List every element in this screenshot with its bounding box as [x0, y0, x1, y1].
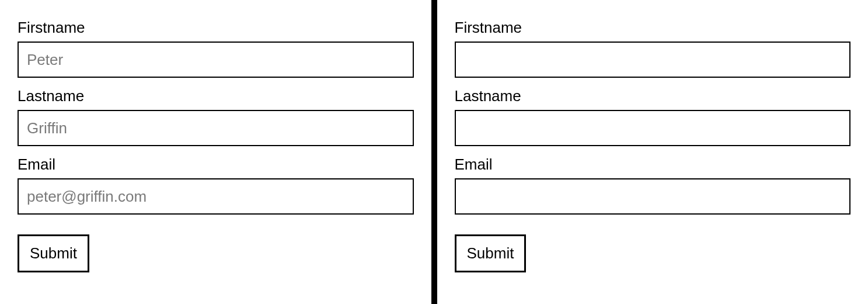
lastname-field: Lastname [455, 87, 851, 146]
lastname-label: Lastname [455, 87, 851, 105]
lastname-input[interactable] [18, 110, 414, 146]
firstname-label: Firstname [18, 19, 414, 37]
firstname-field: Firstname [18, 19, 414, 78]
firstname-field: Firstname [455, 19, 851, 78]
right-form-panel: Firstname Lastname Email Submit [437, 0, 869, 304]
lastname-field: Lastname [18, 87, 414, 146]
email-input[interactable] [455, 178, 851, 215]
email-field: Email [455, 156, 851, 215]
submit-button[interactable]: Submit [455, 234, 527, 272]
lastname-input[interactable] [455, 110, 851, 146]
firstname-input[interactable] [455, 42, 851, 78]
left-form-panel: Firstname Lastname Email Submit [0, 0, 431, 304]
email-label: Email [18, 156, 414, 174]
firstname-input[interactable] [18, 42, 414, 78]
vertical-divider [431, 0, 437, 304]
email-label: Email [455, 156, 851, 174]
lastname-label: Lastname [18, 87, 414, 105]
email-input[interactable] [18, 178, 414, 215]
email-field: Email [18, 156, 414, 215]
firstname-label: Firstname [455, 19, 851, 37]
submit-button[interactable]: Submit [18, 234, 89, 272]
